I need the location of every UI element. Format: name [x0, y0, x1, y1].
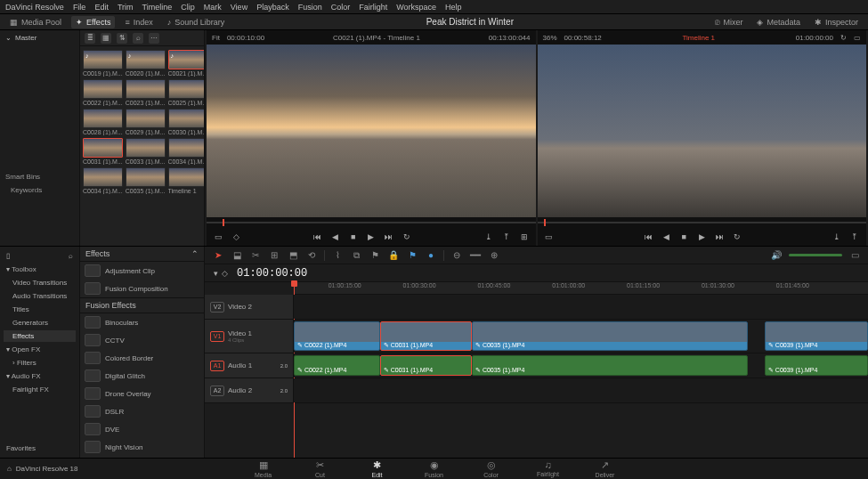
media-thumb[interactable]: ♪C0021 (1).M...: [168, 50, 205, 77]
source-canvas[interactable]: [207, 45, 536, 217]
tl-view-icon[interactable]: ◇: [222, 269, 228, 278]
thumb-view-icon[interactable]: ▦: [101, 33, 111, 44]
inspector-toggle[interactable]: ✱ Inspector: [810, 16, 863, 28]
loop-icon[interactable]: ↻: [401, 231, 413, 243]
list-view-icon[interactable]: ≣: [85, 33, 95, 44]
menu-item[interactable]: View: [231, 3, 247, 12]
filter-dropdown-icon[interactable]: ⋯: [149, 33, 159, 44]
page-cut[interactable]: ✂Cut: [303, 459, 338, 478]
link-icon[interactable]: ⌇: [331, 249, 344, 262]
viewer-mode-icon[interactable]: ▭: [543, 231, 556, 243]
loop-icon[interactable]: ↻: [840, 34, 847, 42]
program-canvas[interactable]: [538, 45, 867, 217]
marker-blue-icon[interactable]: ●: [425, 249, 437, 262]
page-deliver[interactable]: ↗Deliver: [588, 459, 623, 478]
menu-item[interactable]: Clip: [181, 3, 195, 12]
fx-fusion-composition[interactable]: Fusion Composition: [80, 280, 204, 297]
source-clip-name[interactable]: C0021 (1).MP4 - Timeline 1: [333, 34, 420, 42]
media-thumb[interactable]: Timeline 1: [168, 167, 205, 194]
media-thumb[interactable]: C0033 (1).M...: [126, 138, 166, 165]
menu-item[interactable]: Playback: [256, 3, 289, 12]
next-frame-icon[interactable]: ⏭: [383, 231, 395, 243]
media-thumb[interactable]: C0028 (1).M...: [83, 109, 123, 135]
program-scrubber[interactable]: [538, 217, 867, 228]
toolbox-header[interactable]: ▾ Toolbox: [4, 264, 76, 275]
blade-tool-icon[interactable]: ✂: [249, 249, 262, 262]
marker-icon[interactable]: ⚑: [369, 249, 381, 262]
prev-frame-icon[interactable]: ◀: [660, 231, 672, 243]
page-color[interactable]: ◎Color: [474, 459, 509, 478]
clip[interactable]: ✎ C0039 (1).MP4: [765, 355, 868, 376]
mixer-toggle[interactable]: ⎚ Mixer: [710, 16, 747, 28]
cat-titles[interactable]: Titles: [4, 304, 76, 315]
media-thumb[interactable]: C0031 (1).M...: [83, 138, 123, 165]
viewer-mode-icon[interactable]: ▭: [212, 231, 224, 243]
fx-item[interactable]: CCTV: [80, 331, 204, 349]
menu-item[interactable]: Timeline: [142, 3, 173, 12]
page-fairlight[interactable]: ♫Fairlight: [531, 459, 566, 478]
dim-icon[interactable]: ▭: [848, 249, 861, 262]
play-icon[interactable]: ▶: [365, 231, 377, 243]
in-point-icon[interactable]: ⤓: [483, 231, 495, 243]
page-edit[interactable]: ✱Edit: [360, 459, 395, 478]
favorites-label[interactable]: Favorites: [4, 442, 76, 454]
clip[interactable]: ✎ C0035 (1).MP4: [472, 355, 748, 376]
timeline-name[interactable]: Timeline 1: [682, 34, 715, 42]
cat-fairlightfx[interactable]: Fairlight FX: [4, 384, 76, 395]
insert-icon[interactable]: ⊞: [518, 231, 531, 243]
page-fusion[interactable]: ◉Fusion: [417, 459, 452, 478]
loop-icon[interactable]: ↻: [731, 231, 743, 243]
menu-item[interactable]: Mark: [204, 3, 222, 12]
first-frame-icon[interactable]: ⏮: [312, 231, 324, 243]
lock-icon[interactable]: 🔒: [387, 249, 400, 262]
openfx-header[interactable]: ▾ Open FX: [4, 344, 76, 355]
menu-item[interactable]: Edit: [94, 3, 109, 12]
effects-toggle[interactable]: ✦ Effects: [71, 16, 115, 28]
selection-tool-icon[interactable]: ➤: [212, 249, 224, 262]
zoom-dropdown[interactable]: 36%: [543, 34, 557, 42]
track-a1-tag[interactable]: A1: [210, 361, 224, 371]
media-thumb[interactable]: C0025 (1).M...: [168, 79, 205, 106]
panel-collapse-icon[interactable]: ▯: [6, 252, 10, 260]
speaker-icon[interactable]: 🔊: [770, 249, 783, 262]
in-point-icon[interactable]: ⤓: [831, 231, 843, 243]
search-icon[interactable]: ⌕: [69, 252, 73, 260]
filter-icon[interactable]: ⌄: [5, 34, 12, 42]
media-thumb[interactable]: C0034 (1).M...: [83, 167, 123, 194]
keywords-bin[interactable]: Keywords: [0, 183, 79, 197]
fit-dropdown[interactable]: Fit: [212, 34, 220, 42]
stop-icon[interactable]: ■: [677, 231, 690, 243]
first-frame-icon[interactable]: ⏮: [642, 231, 654, 243]
index-toggle[interactable]: ≡ Index: [120, 16, 157, 28]
sort-icon[interactable]: ⇅: [117, 33, 127, 44]
clip[interactable]: ✎ C0022 (1).MP4: [294, 355, 380, 376]
clip[interactable]: ✎ C0039 (1).MP4: [765, 321, 868, 351]
zoom-slider[interactable]: ━━: [469, 249, 482, 262]
zoom-out-icon[interactable]: ⊖: [450, 249, 463, 262]
next-frame-icon[interactable]: ⏭: [713, 231, 726, 243]
page-media[interactable]: ▦Media: [246, 459, 281, 478]
fx-adjustment-clip[interactable]: Adjustment Clip: [80, 262, 204, 280]
menu-item[interactable]: Workspace: [396, 3, 436, 12]
fx-item[interactable]: Drone Overlay: [80, 385, 204, 402]
clip[interactable]: ✎ C0035 (1).MP4: [472, 321, 748, 351]
overwrite-tool-icon[interactable]: ⬒: [287, 249, 299, 262]
source-scrubber[interactable]: [207, 217, 536, 228]
out-point-icon[interactable]: ⤒: [848, 231, 861, 243]
menu-item[interactable]: Trim: [118, 3, 134, 12]
flag-blue-icon[interactable]: ⚑: [406, 249, 418, 262]
sidebar-master[interactable]: Master: [15, 34, 37, 42]
track-a2-lane[interactable]: [294, 378, 868, 402]
snap-icon[interactable]: ⧉: [350, 249, 362, 262]
media-thumb[interactable]: C0030 (1).M...: [168, 109, 205, 135]
replace-tool-icon[interactable]: ⟲: [305, 249, 318, 262]
cat-filters[interactable]: › Filters: [4, 357, 76, 369]
timeline-timecode[interactable]: 01:00:00:00: [237, 267, 307, 280]
menu-item[interactable]: Fairlight: [359, 3, 387, 12]
clip[interactable]: ✎ C0031 (1).MP4: [380, 355, 472, 376]
metadata-toggle[interactable]: ◈ Metadata: [752, 16, 805, 28]
menu-item[interactable]: Color: [331, 3, 351, 12]
media-thumb[interactable]: C0034 (1).M...: [168, 138, 205, 165]
clip[interactable]: ✎ C0022 (1).MP4: [294, 321, 380, 351]
zoom-in-icon[interactable]: ⊕: [488, 249, 500, 262]
